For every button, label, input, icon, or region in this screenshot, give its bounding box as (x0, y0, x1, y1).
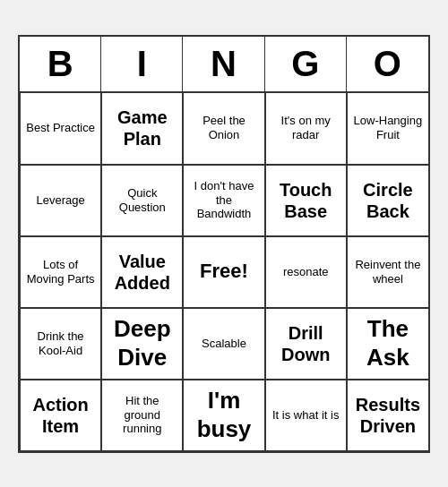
bingo-cell-14: Reinvent the wheel (347, 236, 428, 308)
bingo-cell-4: Low-Hanging Fruit (347, 93, 428, 165)
bingo-cell-11: Value Added (101, 236, 183, 308)
bingo-grid: Best PracticeGame PlanPeel the OnionIt's… (20, 93, 428, 451)
bingo-cell-9: Circle Back (347, 165, 428, 236)
bingo-cell-16: Deep Dive (101, 308, 183, 380)
bingo-card: BINGO Best PracticeGame PlanPeel the Oni… (18, 35, 430, 453)
bingo-cell-3: It's on my radar (265, 93, 347, 165)
bingo-cell-15: Drink the Kool-Aid (20, 308, 101, 380)
bingo-cell-5: Leverage (20, 165, 101, 236)
bingo-cell-18: Drill Down (265, 308, 347, 380)
bingo-letter-g: G (265, 37, 347, 91)
bingo-cell-0: Best Practice (20, 93, 101, 165)
bingo-cell-8: Touch Base (265, 165, 347, 236)
bingo-cell-22: I'm busy (183, 380, 264, 451)
bingo-cell-21: Hit the ground running (101, 380, 183, 451)
bingo-cell-2: Peel the Onion (183, 93, 264, 165)
bingo-cell-17: Scalable (183, 308, 264, 380)
bingo-cell-13: resonate (265, 236, 347, 308)
bingo-header: BINGO (20, 37, 428, 93)
bingo-letter-n: N (183, 37, 264, 91)
bingo-cell-23: It is what it is (265, 380, 347, 451)
bingo-cell-7: I don't have the Bandwidth (183, 165, 264, 236)
bingo-cell-1: Game Plan (101, 93, 183, 165)
bingo-cell-10: Lots of Moving Parts (20, 236, 101, 308)
bingo-letter-b: B (20, 37, 101, 91)
bingo-cell-6: Quick Question (101, 165, 183, 236)
bingo-cell-12: Free! (183, 236, 264, 308)
bingo-letter-i: I (101, 37, 183, 91)
bingo-cell-24: Results Driven (347, 380, 428, 451)
bingo-letter-o: O (347, 37, 428, 91)
bingo-cell-19: The Ask (347, 308, 428, 380)
bingo-cell-20: Action Item (20, 380, 101, 451)
